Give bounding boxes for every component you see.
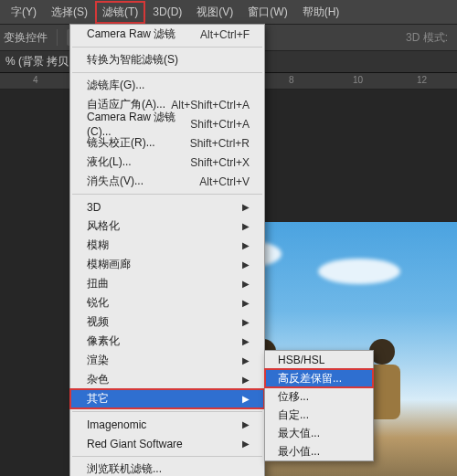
submenu-item-label: 最大值... [278,426,320,441]
menu-item-label: 模糊 [87,238,109,253]
menu-item-label: 视频 [87,314,109,330]
submenu-item-minimum[interactable]: 最小值... [265,442,373,460]
menu-item-shortcut: Shift+Ctrl+A [190,118,250,131]
menu-view[interactable]: 视图(V) [189,1,240,24]
submenu-arrow-icon: ▶ [242,419,250,429]
submenu-arrow-icon: ▶ [242,394,250,404]
menu-item-label: 液化(L)... [87,154,132,170]
menu-separator [72,456,262,457]
menu-separator [72,194,262,195]
menu-item-other[interactable]: 其它 ▶ [70,389,264,408]
menu-filter[interactable]: 滤镜(T) [95,1,145,24]
menu-item-distort[interactable]: 扭曲 ▶ [70,274,264,293]
menu-item-label: Red Giant Software [87,438,183,450]
ruler-tick: 12 [417,75,427,85]
menu-item-label: 杂色 [87,372,109,387]
menu-item-vanishing-point[interactable]: 消失点(V)... Alt+Ctrl+V [70,172,264,191]
menu-item-label: Camera Raw 滤镜 [87,26,175,42]
ruler-tick: 4 [33,75,38,85]
menu-item-shortcut: Shift+Ctrl+X [190,156,250,169]
menu-item-label: 滤镜库(G)... [87,78,144,93]
menu-item-label: 消失点(V)... [87,174,143,189]
menu-item-label: 锐化 [87,295,109,311]
menu-item-blur-gallery[interactable]: 模糊画廊 ▶ [70,255,264,274]
submenu-arrow-icon: ▶ [242,439,250,449]
menu-item-shortcut: Alt+Ctrl+F [200,28,250,41]
menu-item-shortcut: Alt+Ctrl+V [199,175,250,188]
menu-text[interactable]: 字(Y) [4,1,44,24]
submenu-item-label: 高反差保留... [278,371,342,386]
submenu-arrow-icon: ▶ [242,375,250,385]
submenu-arrow-icon: ▶ [242,202,250,212]
submenu-item-label: 最小值... [278,444,320,460]
menu-item-sharpen[interactable]: 锐化 ▶ [70,293,264,312]
submenu-item-hsb-hsl[interactable]: HSB/HSL [265,351,373,369]
menu-item-liquify[interactable]: 液化(L)... Shift+Ctrl+X [70,153,264,172]
submenu-item-high-pass[interactable]: 高反差保留... [265,369,373,387]
menu-item-browse-online-filters[interactable]: 浏览联机滤镜... [70,460,264,476]
menu-window[interactable]: 窗口(W) [240,1,294,24]
submenu-arrow-icon: ▶ [242,259,250,270]
other-submenu: HSB/HSL 高反差保留... 位移... 自定... 最大值... 最小值.… [264,350,374,461]
menu-item-stylize[interactable]: 风格化 ▶ [70,217,264,236]
menu-item-lens-correction[interactable]: 镜头校正(R)... Shift+Ctrl+R [70,133,264,153]
toolbar-mode: 3D 模式: [406,30,457,46]
menu-separator [72,47,262,48]
menu-item-label: 风格化 [87,218,120,234]
submenu-arrow-icon: ▶ [242,279,250,289]
menu-item-label: 渲染 [87,353,109,368]
menu-item-noise[interactable]: 杂色 ▶ [70,370,264,389]
menu-item-label: 浏览联机滤镜... [87,461,162,476]
submenu-item-label: 自定... [278,407,309,423]
menu-item-camera-raw-filter-last[interactable]: Camera Raw 滤镜 Alt+Ctrl+F [70,25,264,44]
ruler-tick: 10 [353,75,363,85]
submenu-item-label: HSB/HSL [278,354,324,366]
submenu-item-label: 位移... [278,389,309,405]
menu-item-label: 模糊画廊 [87,257,131,272]
menu-separator [72,411,262,412]
menu-item-label: 转换为智能滤镜(S) [87,52,178,68]
menu-3d[interactable]: 3D(D) [145,2,189,22]
menu-item-3d[interactable]: 3D ▶ [70,197,264,217]
menu-separator [72,72,262,73]
submenu-arrow-icon: ▶ [242,221,250,231]
menu-item-pixelate[interactable]: 像素化 ▶ [70,332,264,351]
menu-item-blur[interactable]: 模糊 ▶ [70,236,264,255]
menu-item-render[interactable]: 渲染 ▶ [70,351,264,370]
menu-item-label: 3D [87,201,101,214]
menu-item-convert-smart-filter[interactable]: 转换为智能滤镜(S) [70,50,264,69]
menu-select[interactable]: 选择(S) [44,1,95,24]
menu-item-label: 镜头校正(R)... [87,135,155,151]
menu-item-label: 其它 [87,391,109,407]
menu-item-label: 像素化 [87,333,120,349]
menu-item-camera-raw-filter[interactable]: Camera Raw 滤镜(C)... Shift+Ctrl+A [70,114,264,133]
menu-item-label: 扭曲 [87,276,109,291]
filter-menu: Camera Raw 滤镜 Alt+Ctrl+F 转换为智能滤镜(S) 滤镜库(… [69,24,265,476]
submenu-item-maximum[interactable]: 最大值... [265,424,373,442]
submenu-item-offset[interactable]: 位移... [265,387,373,406]
submenu-item-custom[interactable]: 自定... [265,406,373,424]
submenu-arrow-icon: ▶ [242,298,250,308]
submenu-arrow-icon: ▶ [242,355,250,365]
ruler-tick: 8 [289,75,294,85]
menu-item-label: Imagenomic [87,418,146,431]
submenu-arrow-icon: ▶ [242,240,250,250]
submenu-arrow-icon: ▶ [242,317,250,327]
menubar: 字(Y) 选择(S) 滤镜(T) 3D(D) 视图(V) 窗口(W) 帮助(H) [0,0,457,24]
toolbar-label: 变换控件 [4,30,48,46]
menu-help[interactable]: 帮助(H) [295,1,347,24]
submenu-arrow-icon: ▶ [242,336,250,346]
menu-item-imagenomic[interactable]: Imagenomic ▶ [70,415,264,434]
menu-item-video[interactable]: 视频 ▶ [70,312,264,332]
toolbar-separator [57,29,58,46]
menu-item-shortcut: Shift+Ctrl+R [190,137,250,150]
menu-item-red-giant[interactable]: Red Giant Software ▶ [70,434,264,453]
menu-item-filter-gallery[interactable]: 滤镜库(G)... [70,76,264,95]
